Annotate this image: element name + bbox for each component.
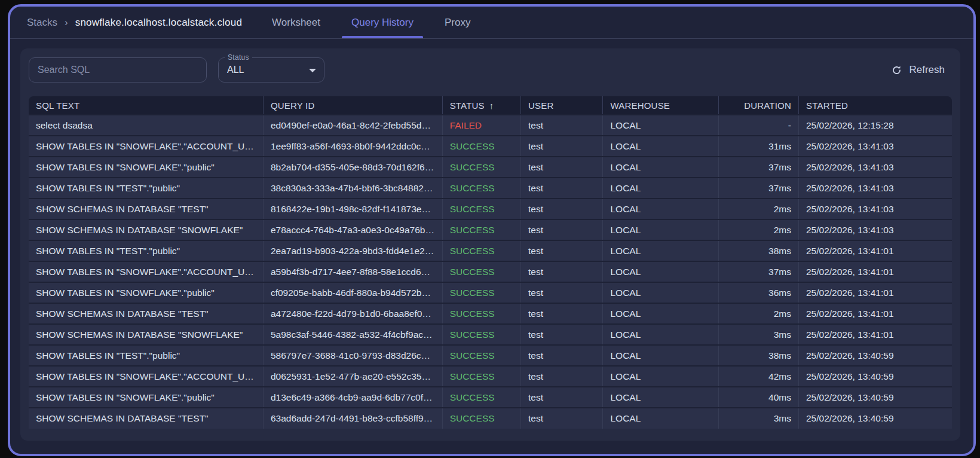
cell-started: 25/02/2026, 13:41:03 — [798, 178, 952, 199]
chevron-down-icon — [309, 69, 316, 72]
status-select-value: ALL — [227, 65, 244, 75]
table-row[interactable]: SHOW TABLES IN "TEST"."public"586797e7-3… — [29, 345, 952, 366]
cell-warehouse: LOCAL — [603, 324, 718, 345]
cell-query-id: 5a98c3af-5446-4382-a532-4f4cbf9ac7a1 — [263, 324, 442, 345]
tab-worksheet[interactable]: Worksheet — [262, 7, 330, 38]
table-row[interactable]: SHOW TABLES IN "SNOWFLAKE"."public"8b2ab… — [29, 157, 952, 178]
column-header-user[interactable]: USER — [520, 96, 603, 115]
breadcrumb-stacks-link[interactable]: Stacks — [27, 17, 57, 29]
cell-started: 25/02/2026, 12:15:28 — [798, 115, 952, 136]
status-filter-select[interactable]: Status ALL — [218, 57, 324, 83]
cell-started: 25/02/2026, 13:40:59 — [798, 408, 952, 429]
cell-sql-text: SHOW SCHEMAS IN DATABASE "TEST" — [29, 408, 263, 429]
cell-user: test — [520, 324, 603, 345]
cell-status: SUCCESS — [442, 199, 520, 219]
column-header-started[interactable]: STARTED — [798, 96, 952, 115]
column-header-status-label: STATUS — [450, 100, 485, 111]
table-row[interactable]: SHOW SCHEMAS IN DATABASE "TEST"63ad6add-… — [29, 408, 952, 429]
cell-status: SUCCESS — [442, 408, 520, 429]
status-select-label: Status — [225, 53, 252, 62]
cell-duration: 3ms — [718, 408, 798, 429]
cell-status: SUCCESS — [442, 324, 520, 345]
column-header-query-id[interactable]: QUERY ID — [263, 96, 442, 115]
cell-sql-text: SHOW TABLES IN "SNOWFLAKE"."ACCOUNT_USAG… — [29, 366, 263, 387]
table-row[interactable]: SHOW TABLES IN "SNOWFLAKE"."public"d13e6… — [29, 387, 952, 408]
table-header-row: SQL TEXT QUERY ID STATUS↑ USER WAREHOUSE… — [29, 96, 952, 115]
cell-status: SUCCESS — [442, 303, 520, 324]
cell-started: 25/02/2026, 13:41:01 — [798, 324, 952, 345]
cell-query-id: d13e6c49-a366-4cb9-aa9d-6db77c0fa8f4 — [263, 387, 442, 408]
cell-sql-text: SHOW SCHEMAS IN DATABASE "TEST" — [29, 199, 263, 219]
cell-started: 25/02/2026, 13:41:03 — [798, 157, 952, 178]
cell-warehouse: LOCAL — [603, 303, 718, 324]
cell-status: SUCCESS — [442, 366, 520, 387]
cell-duration: 31ms — [718, 136, 798, 157]
cell-sql-text: SHOW SCHEMAS IN DATABASE "SNOWFLAKE" — [29, 324, 263, 345]
cell-query-id: ed0490ef-e0a0-46a1-8c42-2febd55d66af — [263, 115, 442, 136]
cell-status: SUCCESS — [442, 261, 520, 282]
cell-status: SUCCESS — [442, 345, 520, 366]
cell-warehouse: LOCAL — [603, 261, 718, 282]
table-row[interactable]: SHOW TABLES IN "TEST"."public"2ea7ad19-b… — [29, 240, 952, 261]
cell-warehouse: LOCAL — [603, 387, 718, 408]
cell-started: 25/02/2026, 13:41:01 — [798, 240, 952, 261]
cell-warehouse: LOCAL — [603, 408, 718, 429]
cell-user: test — [520, 199, 603, 219]
cell-started: 25/02/2026, 13:41:01 — [798, 282, 952, 303]
column-header-warehouse[interactable]: WAREHOUSE — [603, 96, 718, 115]
tab-bar: Worksheet Query History Proxy — [256, 7, 486, 38]
table-row[interactable]: SHOW TABLES IN "SNOWFLAKE"."ACCOUNT_USAG… — [29, 136, 952, 157]
cell-query-id: 1ee9ff83-a56f-4693-8b0f-9442ddc0c862 — [263, 136, 442, 157]
cell-warehouse: LOCAL — [603, 282, 718, 303]
table-row[interactable]: SHOW TABLES IN "TEST"."public"38c830a3-3… — [29, 178, 952, 199]
cell-duration: 3ms — [718, 324, 798, 345]
table-row[interactable]: select dsadsaed0490ef-e0a0-46a1-8c42-2fe… — [29, 115, 952, 136]
column-header-status[interactable]: STATUS↑ — [442, 96, 520, 115]
cell-query-id: a472480e-f22d-4d79-b1d0-6baa8ef0651c — [263, 303, 442, 324]
cell-duration: 2ms — [718, 199, 798, 219]
table-row[interactable]: SHOW SCHEMAS IN DATABASE "TEST"8168422e-… — [29, 199, 952, 219]
cell-started: 25/02/2026, 13:41:01 — [798, 303, 952, 324]
cell-query-id: 8b2ab704-d355-405e-88d3-70d162f68047 — [263, 157, 442, 178]
breadcrumb: Stacks › snowflake.localhost.localstack.… — [27, 7, 242, 38]
table-row[interactable]: SHOW SCHEMAS IN DATABASE "TEST"a472480e-… — [29, 303, 952, 324]
table-row[interactable]: SHOW SCHEMAS IN DATABASE "SNOWFLAKE"e78a… — [29, 219, 952, 240]
cell-query-id: 2ea7ad19-b903-422a-9bd3-fdd4e1e2b4d1 — [263, 240, 442, 261]
cell-status: FAILED — [442, 115, 520, 136]
table-row[interactable]: SHOW TABLES IN "SNOWFLAKE"."public"cf092… — [29, 282, 952, 303]
cell-user: test — [520, 219, 603, 240]
cell-user: test — [520, 387, 603, 408]
cell-query-id: 63ad6add-247d-4491-b8e3-ccfb58ff91ce — [263, 408, 442, 429]
cell-query-id: e78accc4-764b-47a3-a0e3-0c49a76b6692 — [263, 219, 442, 240]
cell-query-id: a59b4f3b-d717-4ee7-8f88-58e1ccd65191 — [263, 261, 442, 282]
search-input[interactable] — [29, 57, 207, 83]
cell-duration: 37ms — [718, 178, 798, 199]
cell-duration: - — [718, 115, 798, 136]
refresh-button-label: Refresh — [909, 64, 945, 76]
tab-proxy[interactable]: Proxy — [435, 7, 480, 38]
table-row[interactable]: SHOW SCHEMAS IN DATABASE "SNOWFLAKE"5a98… — [29, 324, 952, 345]
tab-query-history[interactable]: Query History — [342, 7, 423, 38]
cell-sql-text: select dsadsa — [29, 115, 263, 136]
table-row[interactable]: SHOW TABLES IN "SNOWFLAKE"."ACCOUNT_USAG… — [29, 261, 952, 282]
cell-status: SUCCESS — [442, 387, 520, 408]
query-history-table: SQL TEXT QUERY ID STATUS↑ USER WAREHOUSE… — [29, 96, 952, 429]
query-history-panel: Status ALL Refresh — [20, 48, 960, 441]
cell-sql-text: SHOW TABLES IN "TEST"."public" — [29, 240, 263, 261]
cell-started: 25/02/2026, 13:41:03 — [798, 199, 952, 219]
cell-sql-text: SHOW SCHEMAS IN DATABASE "TEST" — [29, 303, 263, 324]
cell-query-id: 8168422e-19b1-498c-82df-f141873e85df — [263, 199, 442, 219]
column-header-sql-text[interactable]: SQL TEXT — [29, 96, 263, 115]
sort-ascending-icon[interactable]: ↑ — [489, 100, 494, 111]
table-row[interactable]: SHOW TABLES IN "SNOWFLAKE"."ACCOUNT_USAG… — [29, 366, 952, 387]
cell-warehouse: LOCAL — [603, 219, 718, 240]
cell-user: test — [520, 136, 603, 157]
cell-status: SUCCESS — [442, 240, 520, 261]
cell-query-id: cf09205e-babb-46df-880a-b94d572bb305 — [263, 282, 442, 303]
refresh-button[interactable]: Refresh — [891, 64, 945, 76]
column-header-duration[interactable]: DURATION — [718, 96, 798, 115]
cell-status: SUCCESS — [442, 282, 520, 303]
cell-duration: 36ms — [718, 282, 798, 303]
cell-sql-text: SHOW TABLES IN "SNOWFLAKE"."public" — [29, 157, 263, 178]
cell-query-id: d0625931-1e52-477b-ae20-e552c357e28a — [263, 366, 442, 387]
